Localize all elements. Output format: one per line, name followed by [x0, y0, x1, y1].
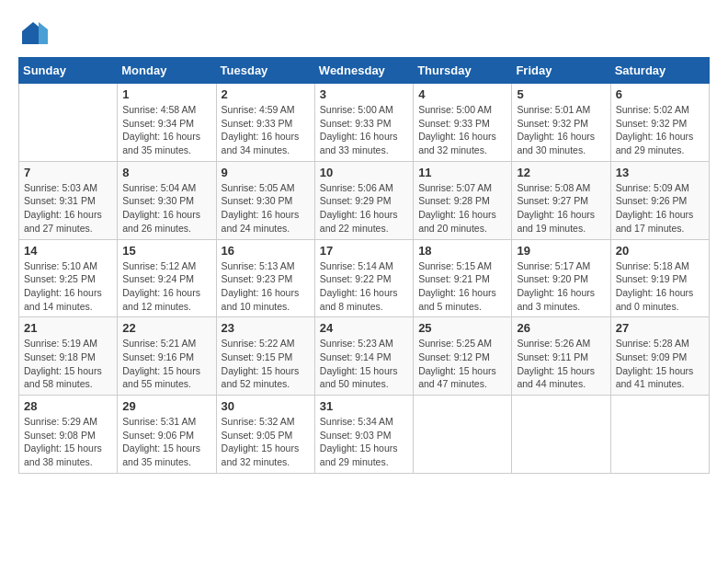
- day-number: 12: [517, 166, 605, 179]
- calendar-cell: 20Sunrise: 5:18 AM Sunset: 9:19 PM Dayli…: [610, 239, 709, 317]
- calendar-cell: 15Sunrise: 5:12 AM Sunset: 9:24 PM Dayli…: [118, 239, 216, 317]
- calendar-cell: 11Sunrise: 5:07 AM Sunset: 9:28 PM Dayli…: [414, 161, 512, 239]
- calendar-cell: [512, 396, 610, 474]
- day-number: 24: [320, 321, 408, 335]
- calendar-cell: 7Sunrise: 5:03 AM Sunset: 9:31 PM Daylig…: [19, 161, 118, 239]
- calendar-cell: 5Sunrise: 5:01 AM Sunset: 9:32 PM Daylig…: [512, 84, 610, 162]
- day-info: Sunrise: 5:10 AM Sunset: 9:25 PM Dayligh…: [24, 259, 112, 314]
- day-info: Sunrise: 5:01 AM Sunset: 9:32 PM Dayligh…: [517, 103, 605, 157]
- day-info: Sunrise: 5:04 AM Sunset: 9:30 PM Dayligh…: [122, 181, 210, 236]
- day-number: 2: [222, 87, 310, 101]
- day-info: Sunrise: 5:29 AM Sunset: 9:08 PM Dayligh…: [24, 415, 112, 469]
- calendar-cell: 28Sunrise: 5:29 AM Sunset: 9:08 PM Dayli…: [19, 396, 118, 474]
- calendar-cell: 9Sunrise: 5:05 AM Sunset: 9:30 PM Daylig…: [216, 161, 314, 239]
- day-number: 17: [320, 244, 408, 258]
- calendar-cell: 24Sunrise: 5:23 AM Sunset: 9:14 PM Dayli…: [314, 317, 413, 396]
- calendar-cell: 17Sunrise: 5:14 AM Sunset: 9:22 PM Dayli…: [314, 239, 413, 317]
- logo-icon: [18, 18, 48, 48]
- day-number: 23: [222, 321, 310, 335]
- svg-marker-1: [39, 22, 48, 44]
- day-number: 1: [122, 87, 210, 101]
- day-number: 11: [418, 166, 506, 179]
- header-row: SundayMondayTuesdayWednesdayThursdayFrid…: [19, 58, 710, 84]
- calendar-cell: 26Sunrise: 5:26 AM Sunset: 9:11 PM Dayli…: [512, 317, 610, 396]
- calendar-cell: 27Sunrise: 5:28 AM Sunset: 9:09 PM Dayli…: [610, 317, 709, 396]
- day-info: Sunrise: 5:22 AM Sunset: 9:15 PM Dayligh…: [222, 337, 310, 391]
- day-number: 21: [24, 321, 112, 335]
- day-number: 31: [320, 399, 408, 413]
- calendar-cell: 3Sunrise: 5:00 AM Sunset: 9:33 PM Daylig…: [314, 84, 413, 162]
- day-info: Sunrise: 5:18 AM Sunset: 9:19 PM Dayligh…: [616, 259, 704, 314]
- calendar-cell: 23Sunrise: 5:22 AM Sunset: 9:15 PM Dayli…: [216, 317, 314, 396]
- page-header: [18, 18, 710, 48]
- calendar-week: 7Sunrise: 5:03 AM Sunset: 9:31 PM Daylig…: [19, 161, 710, 239]
- day-info: Sunrise: 5:21 AM Sunset: 9:16 PM Dayligh…: [122, 337, 210, 391]
- header-day: Tuesday: [216, 58, 314, 84]
- day-number: 4: [418, 87, 506, 101]
- calendar-week: 28Sunrise: 5:29 AM Sunset: 9:08 PM Dayli…: [19, 396, 710, 474]
- calendar-cell: [19, 84, 118, 162]
- day-info: Sunrise: 5:31 AM Sunset: 9:06 PM Dayligh…: [122, 415, 210, 469]
- day-number: 28: [24, 399, 112, 413]
- calendar-week: 1Sunrise: 4:58 AM Sunset: 9:34 PM Daylig…: [19, 84, 710, 162]
- day-number: 6: [616, 87, 704, 101]
- calendar-cell: 10Sunrise: 5:06 AM Sunset: 9:29 PM Dayli…: [314, 161, 413, 239]
- day-info: Sunrise: 5:23 AM Sunset: 9:14 PM Dayligh…: [320, 337, 408, 391]
- calendar-cell: 22Sunrise: 5:21 AM Sunset: 9:16 PM Dayli…: [118, 317, 216, 396]
- header-day: Thursday: [414, 58, 512, 84]
- day-number: 29: [122, 399, 210, 413]
- header-day: Saturday: [610, 58, 709, 84]
- day-number: 19: [517, 244, 605, 258]
- header-day: Wednesday: [314, 58, 413, 84]
- day-info: Sunrise: 5:17 AM Sunset: 9:20 PM Dayligh…: [517, 259, 605, 314]
- day-number: 5: [517, 87, 605, 101]
- calendar-cell: 8Sunrise: 5:04 AM Sunset: 9:30 PM Daylig…: [118, 161, 216, 239]
- calendar-cell: 12Sunrise: 5:08 AM Sunset: 9:27 PM Dayli…: [512, 161, 610, 239]
- day-info: Sunrise: 5:14 AM Sunset: 9:22 PM Dayligh…: [320, 259, 408, 314]
- day-number: 30: [222, 399, 310, 413]
- day-info: Sunrise: 5:19 AM Sunset: 9:18 PM Dayligh…: [24, 337, 112, 391]
- calendar-cell: 6Sunrise: 5:02 AM Sunset: 9:32 PM Daylig…: [610, 84, 709, 162]
- day-number: 22: [122, 321, 210, 335]
- day-info: Sunrise: 5:25 AM Sunset: 9:12 PM Dayligh…: [418, 337, 506, 391]
- day-info: Sunrise: 4:58 AM Sunset: 9:34 PM Dayligh…: [122, 103, 210, 157]
- day-info: Sunrise: 5:00 AM Sunset: 9:33 PM Dayligh…: [320, 103, 408, 157]
- day-info: Sunrise: 5:05 AM Sunset: 9:30 PM Dayligh…: [222, 181, 310, 236]
- calendar-cell: 25Sunrise: 5:25 AM Sunset: 9:12 PM Dayli…: [414, 317, 512, 396]
- calendar-table: SundayMondayTuesdayWednesdayThursdayFrid…: [18, 57, 710, 474]
- day-info: Sunrise: 5:34 AM Sunset: 9:03 PM Dayligh…: [320, 415, 408, 469]
- header-day: Friday: [512, 58, 610, 84]
- day-info: Sunrise: 5:15 AM Sunset: 9:21 PM Dayligh…: [418, 259, 506, 314]
- header-day: Sunday: [19, 58, 118, 84]
- calendar-cell: 13Sunrise: 5:09 AM Sunset: 9:26 PM Dayli…: [610, 161, 709, 239]
- day-number: 20: [616, 244, 704, 258]
- day-number: 10: [320, 166, 408, 179]
- day-number: 18: [418, 244, 506, 258]
- day-number: 15: [122, 244, 210, 258]
- day-number: 13: [616, 166, 704, 179]
- day-number: 8: [122, 166, 210, 179]
- calendar-cell: [610, 396, 709, 474]
- calendar-cell: 30Sunrise: 5:32 AM Sunset: 9:05 PM Dayli…: [216, 396, 314, 474]
- day-info: Sunrise: 5:12 AM Sunset: 9:24 PM Dayligh…: [122, 259, 210, 314]
- calendar-header: SundayMondayTuesdayWednesdayThursdayFrid…: [19, 58, 710, 84]
- day-number: 25: [418, 321, 506, 335]
- calendar-cell: 18Sunrise: 5:15 AM Sunset: 9:21 PM Dayli…: [414, 239, 512, 317]
- day-number: 27: [616, 321, 704, 335]
- calendar-cell: 29Sunrise: 5:31 AM Sunset: 9:06 PM Dayli…: [118, 396, 216, 474]
- calendar-cell: 2Sunrise: 4:59 AM Sunset: 9:33 PM Daylig…: [216, 84, 314, 162]
- day-info: Sunrise: 4:59 AM Sunset: 9:33 PM Dayligh…: [222, 103, 310, 157]
- day-info: Sunrise: 5:07 AM Sunset: 9:28 PM Dayligh…: [418, 181, 506, 236]
- calendar-week: 14Sunrise: 5:10 AM Sunset: 9:25 PM Dayli…: [19, 239, 710, 317]
- calendar-cell: 1Sunrise: 4:58 AM Sunset: 9:34 PM Daylig…: [118, 84, 216, 162]
- calendar-cell: 4Sunrise: 5:00 AM Sunset: 9:33 PM Daylig…: [414, 84, 512, 162]
- day-info: Sunrise: 5:09 AM Sunset: 9:26 PM Dayligh…: [616, 181, 704, 236]
- day-info: Sunrise: 5:26 AM Sunset: 9:11 PM Dayligh…: [517, 337, 605, 391]
- header-day: Monday: [118, 58, 216, 84]
- calendar-cell: 14Sunrise: 5:10 AM Sunset: 9:25 PM Dayli…: [19, 239, 118, 317]
- day-number: 26: [517, 321, 605, 335]
- calendar-cell: [414, 396, 512, 474]
- calendar-cell: 31Sunrise: 5:34 AM Sunset: 9:03 PM Dayli…: [314, 396, 413, 474]
- day-info: Sunrise: 5:03 AM Sunset: 9:31 PM Dayligh…: [24, 181, 112, 236]
- calendar-week: 21Sunrise: 5:19 AM Sunset: 9:18 PM Dayli…: [19, 317, 710, 396]
